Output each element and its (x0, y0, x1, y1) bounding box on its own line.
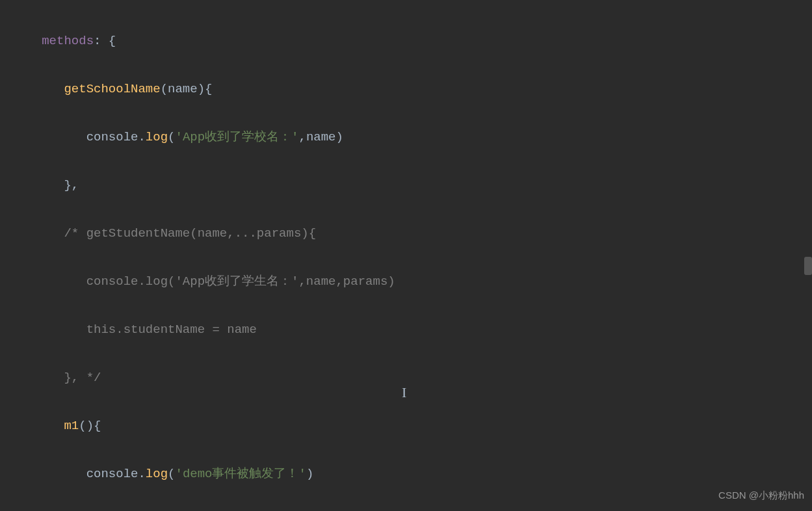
token-method: log (146, 130, 168, 144)
code-editor[interactable]: methods: { getSchoolName(name){ console.… (0, 5, 812, 511)
token-param: name (168, 82, 198, 96)
token-method: log (146, 467, 168, 481)
token-method: m1 (64, 419, 79, 433)
scrollbar-handle[interactable] (804, 257, 812, 275)
token-comment: this.studentName = name (86, 322, 257, 337)
code-line: console.log('App收到了学校名：',name) (0, 125, 812, 150)
code-line: console.log('App收到了学生名：',name,params) (0, 270, 812, 294)
token-string: 'demo事件被触发了！' (175, 467, 306, 481)
token-comment: /* getStudentName(name,...params){ (64, 226, 316, 241)
token-method: getSchoolName (64, 82, 160, 96)
token-comment: }, */ (64, 371, 101, 385)
code-line: getSchoolName(name){ (0, 77, 812, 101)
code-line: methods: { (0, 29, 812, 53)
code-line: m1(){ (0, 414, 812, 438)
code-line: this.studentName = name (0, 318, 812, 342)
watermark-text: CSDN @小粉粉hhh (718, 486, 804, 504)
code-line: }, (0, 174, 812, 198)
token-property: methods (42, 34, 94, 48)
token-comment: console.log('App收到了学生名：',name,params) (86, 274, 395, 289)
token-string: 'App收到了学校名：' (175, 130, 298, 144)
text-cursor-icon: I (402, 379, 406, 407)
code-line: /* getStudentName(name,...params){ (0, 222, 812, 246)
code-line: console.log('demo事件被触发了！') (0, 462, 812, 486)
